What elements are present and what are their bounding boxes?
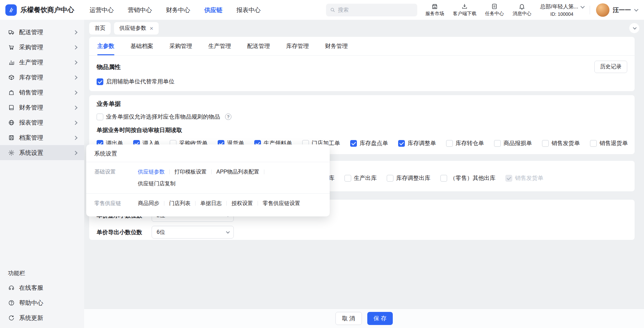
popup-link-retail-supply-settings[interactable]: 零售供应链设置 [263,200,300,207]
checkbox-doc-sales-delivery[interactable]: 销售发货单 [542,139,580,147]
tab-basic-archives[interactable]: 基础档案 [130,37,153,55]
sidebar-item-sales[interactable]: 销售管理 [0,85,84,100]
quick-service-market[interactable]: 服务市场 [425,3,444,17]
checkbox-icon[interactable] [590,140,597,147]
decimal-export-select[interactable]: 6位 [152,226,234,239]
popup-link-app-item-list[interactable]: APP物品列表配置 [216,169,259,176]
finance-book-icon [8,104,15,111]
chevron-down-icon [581,4,585,8]
popup-title: 系统设置 [86,144,330,162]
tab-main-params[interactable]: 主参数 [97,37,114,55]
nav-report-center[interactable]: 报表中心 [236,6,261,14]
checkbox-retail-other-outbound[interactable]: （零售）其他出库 [440,174,495,182]
app-logo-icon[interactable] [5,4,17,16]
sidebar-footer: 功能栏 在线客服 帮助中心 系统更新 [0,266,84,325]
checkbox-icon[interactable] [494,140,501,147]
help-circle-icon [8,300,15,306]
tab-production[interactable]: 生产管理 [208,37,231,55]
quick-actions: 服务市场 客户端下载 任务中心 消息中心 [425,3,531,17]
sidebar-item-finance[interactable]: 财务管理 [0,100,84,115]
checkbox-enable-aux-unit[interactable]: 启用辅助单位代替常用单位 [97,78,174,85]
brand-title: 乐檬餐饮商户中心 [20,5,74,14]
chevron-right-icon [74,149,77,156]
top-nav: 运营中心 营销中心 财务中心 供应链 报表中心 [90,6,261,14]
search-box[interactable] [326,4,417,16]
chevron-right-icon [74,134,77,141]
sidebar-item-online-support[interactable]: 在线客服 [0,280,84,295]
checkbox-icon[interactable] [387,175,393,182]
cancel-button[interactable]: 取 消 [335,312,362,325]
sidebar-item-reports[interactable]: 报表管理 [0,115,84,130]
checkbox-doc-stocktake[interactable]: 库存盘点单 [350,139,388,147]
action-bar: 取 消 保 存 [84,309,644,328]
sidebar-item-system-update[interactable]: 系统更新 [0,310,84,325]
tab-home[interactable]: 首页 [89,22,111,35]
popup-link-store-copy[interactable]: 供应链门店复制 [138,180,175,187]
tab-inventory[interactable]: 库存管理 [286,37,309,55]
nav-supply-chain[interactable]: 供应链 [204,6,222,14]
close-icon[interactable]: × [150,25,153,31]
divider [226,201,227,206]
popup-link-store-list[interactable]: 门店列表 [169,200,191,207]
sidebar-item-label: 财务管理 [19,104,43,112]
checkbox-icon[interactable] [440,175,447,182]
quick-message-center[interactable]: 消息中心 [513,3,531,17]
chevron-down-icon [633,26,637,29]
header-divider [590,6,590,14]
popup-link-print-template[interactable]: 打印模板设置 [174,169,207,176]
checkbox-icon[interactable] [542,140,549,147]
sidebar-item-label: 系统更新 [19,314,43,322]
checkbox-production-outbound[interactable]: 生产出库 [344,174,377,182]
checkbox-icon[interactable] [446,140,453,147]
org-selector[interactable]: 总部/年轻人第... ID: 100004 [540,3,584,17]
nav-marketing-center[interactable]: 营销中心 [128,6,152,14]
user-menu[interactable]: 汪一一 [596,3,637,17]
sidebar-item-delivery[interactable]: 配送管理 [0,24,84,40]
help-icon[interactable]: ? [225,114,231,120]
sidebar-item-label: 库存管理 [19,73,43,81]
sidebar-item-procurement[interactable]: 采购管理 [0,40,84,55]
checkbox-icon[interactable] [398,140,405,147]
checkbox-doc-stock-move[interactable]: 库存转仓单 [446,139,484,147]
history-button[interactable]: 历史记录 [594,61,627,73]
quick-task-center[interactable]: 任务中心 [485,3,504,17]
checkbox-warehouse-rule[interactable]: 业务单据仅允许选择对应仓库物品规则的物品 ? [97,113,231,121]
sidebar-item-label: 在线客服 [19,284,43,292]
tab-procurement[interactable]: 采购管理 [169,37,192,55]
nav-operations-center[interactable]: 运营中心 [90,6,114,14]
popup-link-supply-chain-params[interactable]: 供应链参数 [138,169,165,176]
sidebar-item-label: 销售管理 [19,88,43,96]
quick-label: 消息中心 [513,11,531,17]
production-chart-icon [8,59,15,66]
checkbox-doc-sales-return[interactable]: 销售退货单 [590,139,628,147]
quick-client-download[interactable]: 客户端下载 [453,3,476,17]
checkbox-doc-damage[interactable]: 商品报损单 [494,139,532,147]
chevron-right-icon [74,119,77,126]
section-title-business-docs: 业务单据 [97,100,121,108]
tab-finance[interactable]: 财务管理 [325,37,348,55]
sidebar-item-inventory[interactable]: 库存管理 [0,70,84,85]
sidebar-item-system-settings[interactable]: 系统设置 [0,145,84,160]
sidebar-item-archives[interactable]: 档案管理 [0,130,84,145]
sidebar-item-help-center[interactable]: 帮助中心 [0,295,84,310]
sidebar-item-label: 报表管理 [19,119,43,127]
tab-supply-chain-params[interactable]: 供应链参数 × [114,22,159,35]
tabs-collapse-button[interactable] [629,23,639,33]
popup-link-doc-log[interactable]: 单据日志 [200,200,222,207]
popup-link-goods-sync[interactable]: 商品同步 [138,200,159,207]
checkbox-icon[interactable] [350,140,357,147]
search-input[interactable] [338,7,414,13]
popup-link-auth-settings[interactable]: 授权设置 [231,200,253,207]
sidebar: 配送管理 采购管理 生产管理 库存管理 销售管理 财务管理 [0,20,84,328]
checkbox-icon[interactable] [344,175,351,182]
tab-delivery[interactable]: 配送管理 [247,37,270,55]
save-button[interactable]: 保 存 [367,312,393,325]
org-name: 总部/年轻人第... [540,3,578,10]
nav-finance-center[interactable]: 财务中心 [166,6,190,14]
checkbox-stock-adjust-outbound[interactable]: 库存调整出库 [387,174,430,182]
chevron-right-icon [74,59,77,66]
sidebar-item-production[interactable]: 生产管理 [0,55,84,70]
checkbox-icon[interactable] [97,78,103,85]
checkbox-doc-stock-adjust[interactable]: 库存调整单 [398,139,436,147]
checkbox-icon[interactable] [97,114,103,120]
